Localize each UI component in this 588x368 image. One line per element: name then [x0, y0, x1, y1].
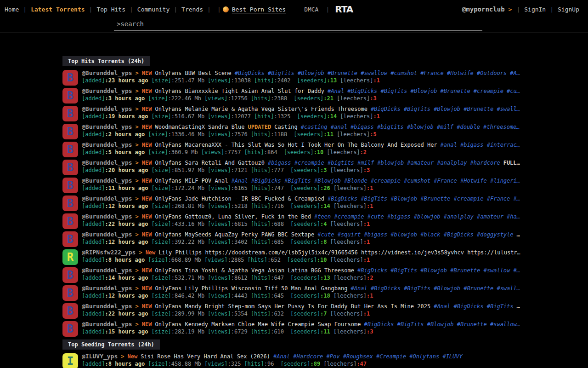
uploader-name[interactable]: @Burunddel_yps: [82, 231, 132, 238]
uploader-name[interactable]: @Burunddel_yps: [82, 213, 132, 220]
section-title: Top Seeding Torrents (24h): [62, 339, 160, 350]
tag-links[interactable]: #Anal #BigDicks #BigTits #Blowjob #Brune…: [351, 285, 520, 292]
added-label: [added]: [82, 77, 105, 84]
tag-links[interactable]: #bigass #creampie #bigtits #milf #blowjo…: [268, 160, 500, 166]
tag-links[interactable]: #Anal #Hardcore #Pov #Roughsex #Creampie…: [273, 353, 463, 360]
uploader-avatar[interactable]: B: [62, 196, 78, 211]
uploader-avatar[interactable]: B: [62, 321, 78, 337]
torrent-title[interactable]: OnlyFans MacarenaXXX - This Slut Was So …: [155, 142, 437, 148]
site-header: Home | Latest Torrents | Top Hits | Comm…: [0, 0, 588, 33]
uploader-name[interactable]: @Burunddel_yps: [82, 141, 132, 148]
tag-links[interactable]: #Anal #BigDicks #BigTits #Blowjob #Brune…: [328, 88, 520, 94]
dmca-link[interactable]: DMCA: [304, 6, 318, 13]
torrent-title[interactable]: OnlyFans Mandy Bright Step-mom Says Her …: [155, 303, 431, 310]
uploader-avatar[interactable]: B: [62, 106, 78, 121]
added-label: [added]: [82, 361, 105, 367]
uploader-name[interactable]: @Burunddel_yps: [82, 105, 132, 112]
added-value: :3 hours ago: [105, 95, 145, 102]
uploader-avatar[interactable]: B: [62, 142, 78, 157]
size-label: [size]: [152, 221, 171, 227]
leechers-value: :3: [367, 328, 373, 335]
torrent-title[interactable]: OnlyFans Gattouz0, Luna Silver, Fuck in …: [155, 213, 311, 220]
uploader-avatar[interactable]: R: [62, 249, 78, 265]
hits-label: [hits]: [251, 275, 271, 281]
nav-item-latest-torrents[interactable]: Latest Torrents: [27, 6, 89, 13]
search-bar[interactable]: >search: [114, 19, 482, 31]
leechers-label: [leechers]: [340, 77, 373, 84]
uploader-name[interactable]: @Burunddel_yps: [82, 195, 132, 202]
uploader-name[interactable]: @RIPNsfw222_yps: [82, 249, 136, 256]
uploader-avatar[interactable]: B: [62, 70, 78, 86]
uploader-name[interactable]: @Burunddel_yps: [82, 177, 132, 184]
nav-item-home[interactable]: Home: [5, 6, 23, 13]
uploader-avatar[interactable]: B: [62, 88, 78, 104]
torrent-title[interactable]: OnlyFans Tina Yoshi & Agatha Vega Asian …: [155, 267, 354, 274]
uploader-avatar[interactable]: B: [62, 160, 78, 175]
nav-item-top-hits[interactable]: Top Hits: [92, 6, 130, 13]
torrent-title[interactable]: WoodmanCastingX Sandra Blue: [155, 124, 245, 130]
nav-item-trends[interactable]: Trends: [177, 6, 207, 13]
best-porn-sites-icon: [223, 6, 229, 12]
uploader-avatar[interactable]: B: [62, 178, 78, 193]
torrent-title[interactable]: Sisi Rose Has Very Hard Anal Sex (2026): [141, 353, 270, 360]
tag-links[interactable]: #BigDicks #BigTits #Blowjob #Brunette #s…: [371, 106, 520, 112]
torrent-title-suffix[interactable]: Casting: [274, 124, 298, 130]
uploader-name[interactable]: @Burunddel_yps: [82, 123, 132, 130]
tag-links[interactable]: #Anal #BigDicks #BigTits: [434, 303, 513, 310]
chevron-right-icon: >: [136, 70, 139, 76]
search-input[interactable]: >search: [117, 20, 144, 28]
torrent-meta: [added]:19 hours ago [size]:516.67 Mb [v…: [82, 113, 530, 121]
nav-item-community[interactable]: Community: [133, 6, 174, 13]
seeders-label: [seeders]: [290, 185, 320, 191]
uploader-avatar[interactable]: B: [62, 267, 78, 283]
tag-links[interactable]: #casting #anal #bigass #bigtits #blowjob…: [301, 124, 520, 130]
torrent-title[interactable]: OnlyFans Lily Phillips Wisconsin Tiff 50…: [155, 285, 348, 292]
uploader-avatar[interactable]: B: [62, 285, 78, 301]
added-label: [added]: [82, 257, 105, 263]
torrent-title[interactable]: Lily Phillips https://doodstream.com/e/l…: [158, 249, 520, 256]
seeders-label: [seeders]: [290, 275, 320, 281]
new-badge: NEW: [142, 285, 152, 292]
signin-link[interactable]: SignIn: [520, 6, 550, 13]
torrent-title[interactable]: OnlyFans BBW Best Scene: [155, 70, 232, 76]
views-value: :7757: [224, 149, 241, 155]
uploader-avatar[interactable]: B: [62, 303, 78, 319]
views-value: :2885: [227, 257, 244, 263]
torrent-title[interactable]: Onlyfans Sara Retali And Gattouz0: [155, 160, 265, 166]
uploader-avatar[interactable]: B: [62, 213, 78, 229]
tag-links[interactable]: #BigDicks #BigTits #Blowjob #Brunette #c…: [328, 196, 520, 202]
uploader-name[interactable]: @Burunddel_yps: [82, 159, 132, 166]
torrent-title[interactable]: OnlyFans Jade Hutchison - IR BBC Fucked …: [155, 196, 324, 202]
best-porn-sites-link[interactable]: Best Porn Sites: [232, 6, 286, 13]
views-label: [views]: [208, 293, 231, 299]
rta-logo[interactable]: RTA: [335, 4, 353, 15]
uploader-name[interactable]: @Burunddel_yps: [82, 321, 132, 328]
tag-links[interactable]: #cute #squirt #bigass #blowjob #black #B…: [317, 231, 513, 238]
tag-links[interactable]: #BigDicks #BigTits #Blowjob #Brunette #s…: [357, 267, 520, 274]
uploader-name[interactable]: @Burunddel_yps: [82, 303, 132, 310]
tag-links[interactable]: #teen #creampie #cute #bigass #blowjob #…: [314, 213, 520, 220]
torrent-title[interactable]: OnlyFans Bianxxxkie Tight Asian Anal Slu…: [155, 88, 324, 94]
torrent-title[interactable]: Onlyfans MaySeeds AquaZay Perky PAWG BBC…: [155, 231, 315, 238]
uploader-name[interactable]: @Burunddel_yps: [82, 69, 132, 76]
torrent-title[interactable]: Onlyfans MILF POV Anal: [155, 178, 228, 184]
uploader-avatar[interactable]: B: [62, 124, 78, 139]
seeders-value: :89: [310, 361, 320, 367]
uploader-name[interactable]: @Burunddel_yps: [82, 285, 132, 292]
torrent-meta: [added]:12 hours ago [size]:268.81 Mb [v…: [82, 203, 530, 210]
torrent-title[interactable]: OnlyFans Melanie Marie & Agatha Vega Sis…: [155, 106, 368, 112]
tag-links[interactable]: #BigDicks #BigTits #Blowjob #Brunette #s…: [364, 321, 520, 328]
uploader-name[interactable]: @Burunddel_yps: [82, 87, 132, 94]
torrent-title[interactable]: OnlyFans Kennedy Marksen Chloe Mae Wife …: [155, 321, 361, 328]
added-value: :19 hours ago: [105, 113, 148, 120]
account-link[interactable]: @mypornclub: [462, 6, 505, 13]
signup-link[interactable]: SignUp: [554, 6, 583, 13]
uploader-name[interactable]: @ILUVY_yps: [82, 353, 118, 360]
uploader-avatar[interactable]: I: [62, 353, 78, 368]
torrent-row: B @Burunddel_yps > NEW Onlyfans MILF POV…: [62, 177, 588, 195]
uploader-name[interactable]: @Burunddel_yps: [82, 267, 132, 274]
tag-links[interactable]: #anal #bigass #interrac…: [441, 142, 520, 148]
tag-links[interactable]: #BigDicks #BigTits #Blowjob #Brunette #s…: [235, 70, 520, 76]
tag-links[interactable]: #Anal #BigDicks #BigTits #Blowjob #Blond…: [231, 178, 520, 184]
uploader-avatar[interactable]: B: [62, 231, 78, 247]
